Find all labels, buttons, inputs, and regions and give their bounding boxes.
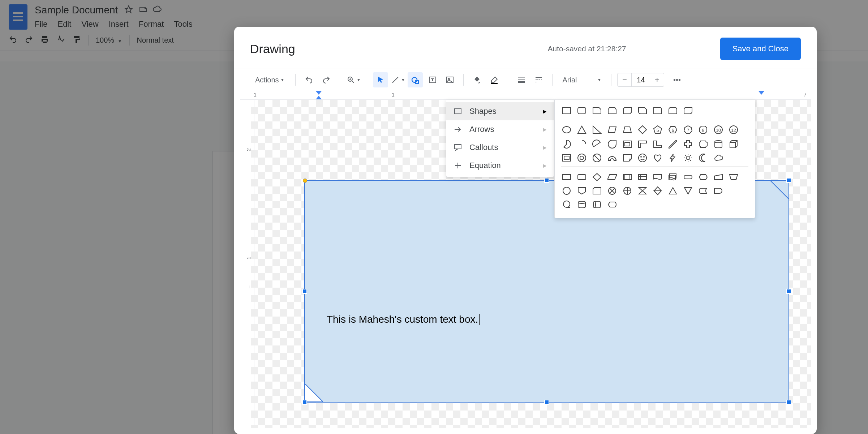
resize-handle-e[interactable] xyxy=(786,289,791,294)
shape-menu-callouts[interactable]: Callouts▶ xyxy=(446,138,554,156)
shape-hexagon[interactable] xyxy=(667,124,678,135)
resize-handle-s[interactable] xyxy=(544,400,549,405)
shape-heptagon[interactable] xyxy=(683,124,693,135)
shape-flowchart-document[interactable] xyxy=(652,172,663,182)
textbox-tool[interactable] xyxy=(425,72,440,87)
shape-diag-stripe[interactable] xyxy=(667,139,678,150)
shape-dodecagon[interactable] xyxy=(728,124,739,135)
rotation-handle[interactable] xyxy=(303,179,307,183)
select-tool[interactable] xyxy=(373,72,388,87)
shape-moon[interactable] xyxy=(698,152,709,163)
shape-round-same[interactable] xyxy=(667,105,678,116)
shape-flowchart-seq-access[interactable] xyxy=(561,199,572,210)
shape-flowchart-extract[interactable] xyxy=(667,185,678,196)
zoom-button[interactable]: ▼ xyxy=(346,72,361,87)
fill-color-button[interactable] xyxy=(469,72,485,87)
shape-octagon[interactable] xyxy=(698,124,709,135)
actions-dropdown[interactable]: Actions▼ xyxy=(250,72,289,87)
shape-smiley[interactable] xyxy=(637,152,648,163)
shape-flowchart-preparation[interactable] xyxy=(698,172,709,182)
shape-pie[interactable] xyxy=(561,139,572,150)
shape-flowchart-card[interactable] xyxy=(592,185,602,196)
font-size-decrease[interactable]: − xyxy=(618,75,631,85)
shape-tool[interactable] xyxy=(408,72,423,87)
shape-parallelogram[interactable] xyxy=(607,124,618,135)
shape-frame[interactable] xyxy=(622,139,633,150)
shape-diamond[interactable] xyxy=(637,124,648,135)
shape-flowchart-stored[interactable] xyxy=(698,185,709,196)
resize-handle-ne[interactable] xyxy=(786,178,791,183)
shape-can[interactable] xyxy=(713,139,724,150)
border-dash-button[interactable] xyxy=(531,72,546,87)
shape-triangle[interactable] xyxy=(576,124,587,135)
undo-button[interactable] xyxy=(301,72,317,87)
shape-flowchart-decision[interactable] xyxy=(592,172,602,182)
shape-round-diag[interactable] xyxy=(683,105,693,116)
shape-half-frame[interactable] xyxy=(637,139,648,150)
shape-flowchart-terminator[interactable] xyxy=(683,172,693,182)
shape-menu-equation[interactable]: Equation▶ xyxy=(446,156,554,175)
textbox-content[interactable]: This is Mahesh's custom text box. xyxy=(327,314,480,325)
shape-plaque[interactable] xyxy=(698,139,709,150)
shape-menu-arrows[interactable]: Arrows▶ xyxy=(446,120,554,138)
shape-flowchart-or[interactable] xyxy=(622,185,633,196)
shape-flowchart-process[interactable] xyxy=(561,172,572,182)
horizontal-ruler[interactable]: 1 1 7 xyxy=(240,91,811,100)
shape-flowchart-internal[interactable] xyxy=(637,172,648,182)
shape-block-arc[interactable] xyxy=(607,152,618,163)
shape-rounded-rect[interactable] xyxy=(576,105,587,116)
shape-rectangle[interactable] xyxy=(561,105,572,116)
shape-flowchart-connector[interactable] xyxy=(561,185,572,196)
shape-decagon[interactable] xyxy=(713,124,724,135)
shape-flowchart-display[interactable] xyxy=(607,199,618,210)
shape-lshape[interactable] xyxy=(652,139,663,150)
shape-round-single[interactable] xyxy=(652,105,663,116)
shape-trapezoid[interactable] xyxy=(622,124,633,135)
border-weight-button[interactable] xyxy=(514,72,529,87)
shape-sun[interactable] xyxy=(683,152,693,163)
shape-no-symbol[interactable] xyxy=(592,152,602,163)
shape-flowchart-offpage[interactable] xyxy=(576,185,587,196)
shape-flowchart-magnetic-disk[interactable] xyxy=(576,199,587,210)
shape-snip-same[interactable] xyxy=(607,105,618,116)
shape-folded-corner[interactable] xyxy=(622,152,633,163)
shape-flowchart-multidoc[interactable] xyxy=(667,172,678,182)
shape-bevel[interactable] xyxy=(561,152,572,163)
shape-lightning[interactable] xyxy=(667,152,678,163)
image-tool[interactable] xyxy=(442,72,457,87)
shape-menu-shapes[interactable]: Shapes▶ xyxy=(446,102,554,120)
font-select[interactable]: Arial▼ xyxy=(558,72,605,87)
more-options-button[interactable]: ••• xyxy=(669,72,684,87)
shape-cloud[interactable] xyxy=(713,152,724,163)
resize-handle-n[interactable] xyxy=(544,178,549,183)
shape-heart[interactable] xyxy=(652,152,663,163)
shape-snip-diag[interactable] xyxy=(622,105,633,116)
shape-teardrop[interactable] xyxy=(607,139,618,150)
shape-oval[interactable] xyxy=(561,124,572,135)
save-and-close-button[interactable]: Save and Close xyxy=(720,38,801,60)
shape-pentagon[interactable] xyxy=(652,124,663,135)
shape-flowchart-summing[interactable] xyxy=(607,185,618,196)
shape-flowchart-alt[interactable] xyxy=(576,172,587,182)
shape-snip-round[interactable] xyxy=(637,105,648,116)
line-tool[interactable]: ▼ xyxy=(390,72,405,87)
shape-flowchart-manual-input[interactable] xyxy=(713,172,724,182)
shape-flowchart-merge[interactable] xyxy=(683,185,693,196)
shape-flowchart-collate[interactable] xyxy=(637,185,648,196)
font-size-increase[interactable]: + xyxy=(650,75,664,85)
shape-flowchart-predef[interactable] xyxy=(622,172,633,182)
shape-flowchart-data[interactable] xyxy=(607,172,618,182)
shape-cross[interactable] xyxy=(683,139,693,150)
shape-flowchart-sort[interactable] xyxy=(652,185,663,196)
redo-button[interactable] xyxy=(319,72,334,87)
border-color-button[interactable] xyxy=(487,72,502,87)
font-size-value[interactable]: 14 xyxy=(631,73,650,86)
shape-flowchart-delay[interactable] xyxy=(713,185,724,196)
shape-arc[interactable] xyxy=(576,139,587,150)
resize-handle-w[interactable] xyxy=(302,289,307,294)
shape-snip-single[interactable] xyxy=(592,105,602,116)
resize-handle-sw[interactable] xyxy=(302,400,307,405)
resize-handle-se[interactable] xyxy=(786,400,791,405)
shape-flowchart-direct-access[interactable] xyxy=(592,199,602,210)
shape-chord[interactable] xyxy=(592,139,602,150)
